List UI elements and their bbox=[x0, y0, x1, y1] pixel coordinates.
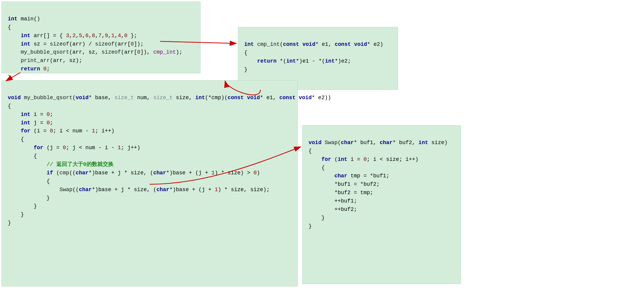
swap-function-block: void Swap(char* buf1, char* buf2, int si… bbox=[302, 125, 461, 284]
main-function-block: int main() { int arr[] = { 3,2,5,6,8,7,9… bbox=[1, 1, 201, 73]
bubble-qsort-function-block: void my_bubble_qsort(void* base, size_t … bbox=[1, 80, 298, 286]
